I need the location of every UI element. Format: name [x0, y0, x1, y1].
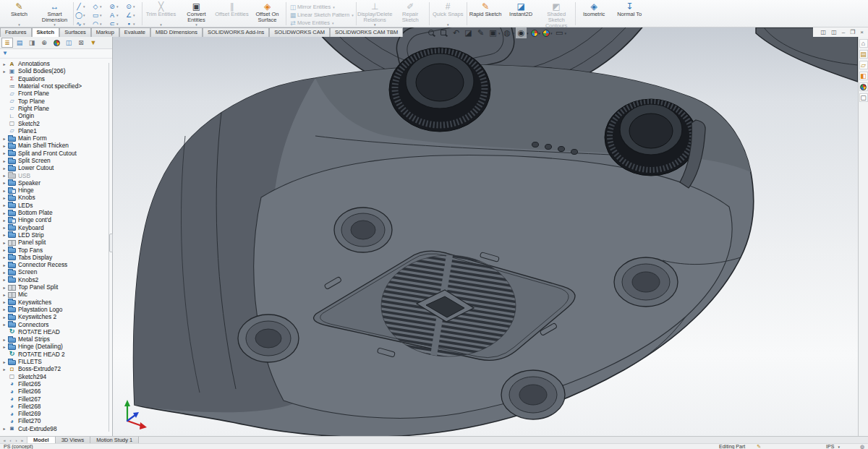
commandmanager-tab[interactable]: Sketch: [32, 27, 60, 37]
headsup-icon[interactable]: ◉: [516, 28, 526, 38]
expand-arrow-icon[interactable]: ▸: [1, 247, 7, 252]
expand-arrow-icon[interactable]: ▸: [1, 143, 7, 148]
dropdown-caret-icon[interactable]: ▾: [513, 31, 515, 35]
expand-arrow-icon[interactable]: ▸: [1, 61, 7, 67]
expand-arrow-icon[interactable]: ▸: [1, 232, 7, 237]
sketch-entity-button[interactable]: A ▾: [108, 11, 124, 19]
expand-arrow-icon[interactable]: ▸: [1, 150, 7, 155]
task-pane-tab[interactable]: ⌂: [859, 39, 868, 48]
toolbar-button[interactable]: ◪ Instant2D: [503, 1, 539, 27]
dropdown-caret-icon[interactable]: ▾: [54, 23, 56, 27]
feature-tree-item[interactable]: ▸ LEDs: [1, 202, 112, 209]
status-globe-icon[interactable]: ◍: [860, 444, 864, 449]
feature-tree-item[interactable]: Origin: [1, 112, 112, 119]
dropdown-caret-icon[interactable]: ▾: [498, 31, 501, 35]
commandmanager-tab[interactable]: Markup: [91, 27, 119, 37]
feature-tree-item[interactable]: ▸ LED Strip: [1, 231, 112, 239]
task-pane-tab[interactable]: ▱: [859, 61, 868, 69]
expand-arrow-icon[interactable]: ▸: [1, 262, 7, 268]
feature-tree-item[interactable]: ▸ Keyswitches 2: [1, 313, 112, 320]
feature-tree-item[interactable]: ▸ Hinge: [1, 187, 112, 194]
expand-arrow-icon[interactable]: ▸: [1, 195, 7, 200]
dropdown-caret-icon[interactable]: ▾: [539, 31, 541, 35]
toolbar-button[interactable]: ◈ Offset On Surface: [250, 1, 285, 27]
graphics-viewport[interactable]: ↶ ◪ ✎ ▣ ▾ ◍ ▾ ◉: [113, 27, 858, 436]
sketch-entity-button[interactable]: ∿ ▾: [75, 20, 91, 27]
toolbar-row-button[interactable]: ◫ Mirror Entities ▾: [287, 3, 355, 11]
feature-tree-item[interactable]: ▸ Playstation Logo: [1, 306, 112, 313]
feature-tree-item[interactable]: Fillet265: [1, 380, 112, 388]
headsup-icon[interactable]: [439, 28, 448, 38]
toolbar-button[interactable]: ↔ Smart Dimension ▾: [37, 1, 72, 27]
units-label[interactable]: IPS: [826, 444, 834, 449]
filter-funnel-icon[interactable]: ▼: [2, 50, 8, 57]
commandmanager-tab[interactable]: MBD Dimensions: [150, 27, 203, 37]
feature-tree-item[interactable]: ▸ Split and Front Cutout: [1, 150, 112, 157]
feature-tree-item[interactable]: Material <not specified>: [1, 82, 112, 90]
toolbar-button[interactable]: ✎ Sketch ▾: [1, 1, 37, 27]
commandmanager-tab[interactable]: SOLIDWORKS Add-Ins: [203, 27, 269, 37]
headsup-icon[interactable]: ✎: [476, 28, 485, 38]
tab-nav-arrow[interactable]: ‹: [8, 438, 13, 442]
dropdown-caret-icon[interactable]: ▾: [116, 4, 119, 9]
sketch-entity-button[interactable]: ◇ ▾: [91, 2, 108, 10]
headsup-icon[interactable]: ▣: [488, 28, 498, 38]
tab-nav-arrow[interactable]: «: [2, 438, 7, 442]
expand-arrow-icon[interactable]: ▸: [1, 270, 7, 275]
commandmanager-tab[interactable]: SOLIDWORKS CAM TBM: [330, 27, 403, 37]
dropdown-caret-icon[interactable]: ▾: [100, 13, 102, 17]
dropdown-caret-icon[interactable]: ▾: [527, 31, 529, 35]
window-button[interactable]: ×: [860, 28, 864, 37]
sketch-entity-button[interactable]: ▪ ▾: [124, 20, 141, 27]
window-button[interactable]: ◫: [821, 28, 827, 37]
dropdown-caret-icon[interactable]: ▾: [195, 23, 197, 27]
model-foot[interactable]: [334, 208, 392, 252]
dropdown-caret-icon[interactable]: ▾: [83, 22, 85, 26]
feature-tree-item[interactable]: ▸ Tabs Display: [1, 254, 112, 261]
feature-tree-item[interactable]: ▸ Cut-Extrude98: [1, 425, 112, 432]
headsup-icon[interactable]: ◪: [464, 28, 473, 38]
feature-tree-item[interactable]: ▸ FILLETS: [1, 358, 112, 365]
commandmanager-tab[interactable]: Features: [0, 27, 32, 37]
dropdown-caret-icon[interactable]: ▾: [83, 13, 85, 17]
toolbar-row-button[interactable]: ⇄ Move Entities ▾: [287, 19, 355, 27]
feature-tree-item[interactable]: ▸ Keyboard: [1, 224, 112, 231]
toolbar-button[interactable]: ◩ Shaded Sketch Contours: [539, 1, 574, 27]
dropdown-caret-icon[interactable]: ▾: [100, 22, 102, 26]
dropdown-caret-icon[interactable]: ▾: [333, 5, 335, 9]
dropdown-caret-icon[interactable]: ▾: [352, 13, 354, 17]
feature-tree-item[interactable]: ▸ Annotations: [1, 60, 112, 67]
toolbar-button[interactable]: ╳ Trim Entities ▾: [143, 1, 179, 27]
headsup-icon[interactable]: ◍: [503, 28, 512, 38]
sketch-entity-button[interactable]: ◯ ▾: [75, 11, 91, 19]
dropdown-caret-icon[interactable]: ▾: [565, 31, 567, 35]
feature-tree-item[interactable]: ▸ Screen: [1, 268, 112, 275]
expand-arrow-icon[interactable]: ▸: [1, 225, 7, 230]
feature-tree-item[interactable]: ▸ Knobs2: [1, 276, 112, 283]
sketch-entity-button[interactable]: ⊂ ▾: [108, 20, 124, 27]
toolbar-button[interactable]: ∥ Offset Entities: [214, 1, 250, 27]
expand-arrow-icon[interactable]: ▸: [1, 240, 7, 245]
window-button[interactable]: ◫: [831, 28, 837, 37]
toolbar-row-button[interactable]: ▦ Linear Sketch Pattern ▾: [287, 11, 355, 19]
expand-arrow-icon[interactable]: ▸: [1, 255, 7, 260]
feature-tree-item[interactable]: ▸ Knobs: [1, 194, 112, 201]
expand-arrow-icon[interactable]: ▸: [1, 315, 7, 320]
feature-tree-item[interactable]: ▸ Keyswitches: [1, 299, 112, 306]
dropdown-caret-icon[interactable]: ▾: [332, 21, 334, 25]
expand-arrow-icon[interactable]: ▸: [1, 173, 7, 178]
model-foot[interactable]: [238, 315, 299, 362]
feature-tree-item[interactable]: Plane1: [1, 127, 112, 134]
sketch-entity-button[interactable]: ⊙ ▾: [124, 2, 141, 10]
feature-tree-item[interactable]: ▸ Connectors: [1, 320, 112, 328]
feature-tree-item[interactable]: Fillet267: [1, 395, 112, 402]
model-foot[interactable]: [614, 257, 678, 307]
task-pane-tab[interactable]: ▢: [859, 93, 868, 102]
dropdown-caret-icon[interactable]: ▾: [374, 23, 376, 27]
commandmanager-tab[interactable]: Surfaces: [59, 27, 91, 37]
featuremanager-tab[interactable]: [51, 38, 62, 48]
feature-tree-item[interactable]: ▸ Top Panel Split: [1, 283, 112, 291]
feature-tree-item[interactable]: Front Plane: [1, 90, 112, 97]
featuremanager-tab[interactable]: ▼: [88, 38, 99, 48]
expand-arrow-icon[interactable]: ▸: [1, 218, 7, 223]
